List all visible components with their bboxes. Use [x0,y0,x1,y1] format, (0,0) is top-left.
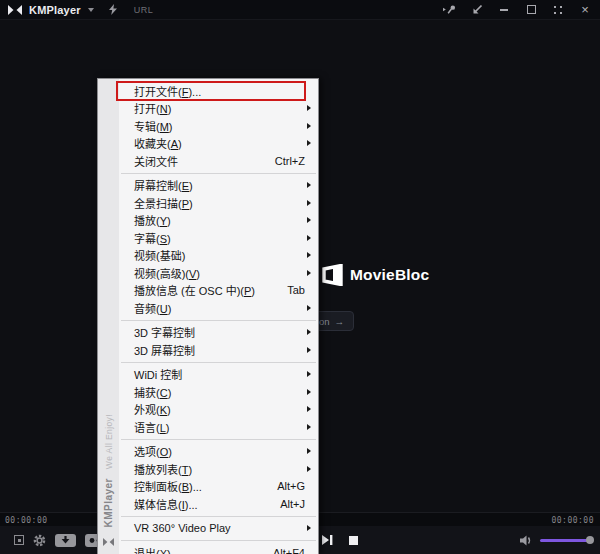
fullscreen-icon[interactable] [551,3,565,17]
total-time: 00:00:00 [551,516,594,525]
minimize-icon[interactable] [497,3,511,17]
menu-item-video-basic[interactable]: 视频(基础) [119,247,318,265]
elapsed-time: 00:00:00 [5,516,48,525]
pin-on-top-icon[interactable] [443,3,457,17]
menu-item-favorites[interactable]: 收藏夹(A) [119,135,318,153]
menu-item-label: 退出(X) [134,545,171,554]
menu-item-label: 语言(L) [134,419,169,435]
submenu-arrow-icon [307,200,311,206]
menu-item-media-info[interactable]: 媒体信息(I)...Alt+J [119,495,318,513]
menu-item-close-file[interactable]: 关闭文件Ctrl+Z [119,152,318,170]
lightning-icon[interactable] [109,4,117,15]
stop-icon[interactable] [349,536,358,545]
menu-item-subtitles[interactable]: 字幕(S) [119,229,318,247]
menu-item-playback-info-osc[interactable]: 播放信息 (在 OSC 中)(P)Tab [119,282,318,300]
menu-item-playlist[interactable]: 播放列表(T) [119,460,318,478]
maximize-icon[interactable] [524,3,538,17]
menu-item-label: 控制面板(B)... [134,478,202,494]
menu-item-label: 捕获(C) [134,384,171,400]
submenu-arrow-icon [307,105,311,111]
menu-item-skins[interactable]: 外观(K) [119,401,318,419]
menu-item-3d-subtitle-control[interactable]: 3D 字幕控制 [119,324,318,342]
submenu-arrow-icon [307,270,311,276]
submenu-arrow-icon [307,448,311,454]
menu-item-3d-screen-control[interactable]: 3D 屏幕控制 [119,341,318,359]
menu-item-screen-control[interactable]: 屏幕控制(E) [119,177,318,195]
menu-item-label: 媒体信息(I)... [134,496,198,512]
submenu-arrow-icon [307,182,311,188]
menu-item-audio[interactable]: 音频(U) [119,299,318,317]
menu-item-vr-360-video-play[interactable]: VR 360° Video Play [119,520,318,538]
submenu-arrow-icon [307,329,311,335]
submenu-arrow-icon [307,371,311,377]
volume-icon[interactable] [520,535,533,546]
context-menu: KMPlayer We All Enjoy! 打开文件(F)...打开(N)专辑… [97,78,319,554]
menu-branding-slogan: We All Enjoy! [104,414,114,469]
moviebloc-logo: MovieBloc [322,264,429,286]
minimize-corner-icon[interactable] [470,3,484,17]
menu-item-label: 打开文件(F)... [134,83,201,99]
submenu-arrow-icon [307,424,311,430]
menu-gutter: KMPlayer We All Enjoy! [98,79,119,554]
menu-item-label: 字幕(S) [134,230,171,246]
menu-item-open-file[interactable]: 打开文件(F)... [119,82,318,100]
submenu-arrow-icon [307,525,311,531]
moviebloc-wordmark: MovieBloc [350,266,429,284]
chevron-down-icon[interactable] [88,8,94,12]
menu-item-capture[interactable]: 捕获(C) [119,383,318,401]
menu-item-pan-scan[interactable]: 全景扫描(P) [119,194,318,212]
menu-separator [121,320,316,321]
url-button[interactable]: URL [134,5,154,15]
menu-item-label: 全景扫描(P) [134,195,193,211]
next-track-icon[interactable] [322,535,333,545]
menu-item-label: 关闭文件 [134,153,178,169]
volume-knob[interactable] [586,536,594,544]
close-icon[interactable]: × [578,3,592,17]
menu-item-shortcut: Ctrl+Z [275,155,305,167]
titlebar: KMPlayer URL × [0,0,600,20]
menu-item-video-advanced[interactable]: 视频(高级)(V) [119,264,318,282]
menu-item-control-panel[interactable]: 控制面板(B)...Alt+G [119,478,318,496]
menu-item-open[interactable]: 打开(N) [119,100,318,118]
menu-item-shortcut: Alt+J [280,498,305,510]
menu-item-language[interactable]: 语言(L) [119,418,318,436]
menu-item-widi-control[interactable]: WiDi 控制 [119,366,318,384]
menu-item-label: 外观(K) [134,401,171,417]
menu-separator [121,439,316,440]
submenu-arrow-icon [307,389,311,395]
settings-gear-icon[interactable] [33,534,46,547]
menu-branding: KMPlayer We All Enjoy! [100,414,118,528]
submenu-arrow-icon [307,466,311,472]
kmplayer-logo-icon [8,5,22,15]
menu-item-shortcut: Alt+G [277,480,305,492]
kmplayer-gutter-logo-icon [103,538,114,546]
menu-item-exit[interactable]: 退出(X)Alt+F4 [119,544,318,554]
volume-slider[interactable] [540,539,592,542]
menu-item-label: VR 360° Video Play [134,522,231,534]
submenu-arrow-icon [307,140,311,146]
menu-item-album[interactable]: 专辑(M) [119,117,318,135]
playlist-box-icon[interactable] [14,535,24,545]
menu-item-label: 3D 屏幕控制 [134,342,195,358]
submenu-arrow-icon [307,235,311,241]
kmplayer-window: KMPlayer URL × [0,0,600,554]
menu-item-label: 音频(U) [134,300,171,316]
submenu-arrow-icon [307,406,311,412]
menu-item-label: 屏幕控制(E) [134,177,193,193]
submenu-arrow-icon [307,217,311,223]
download-icon[interactable] [55,534,76,547]
promo-button-label: on [319,316,330,327]
menu-item-label: 播放信息 (在 OSC 中)(P) [134,282,255,298]
menu-item-label: 播放列表(T) [134,461,192,477]
menu-separator [121,516,316,517]
menu-item-label: WiDi 控制 [134,366,182,382]
submenu-arrow-icon [307,347,311,353]
menu-branding-app: KMPlayer [103,478,114,528]
menu-item-playback[interactable]: 播放(Y) [119,212,318,230]
menu-item-label: 3D 字幕控制 [134,324,195,340]
menu-item-options[interactable]: 选项(O) [119,443,318,461]
menu-separator [121,540,316,541]
menu-item-label: 打开(N) [134,100,171,116]
menu-item-label: 视频(基础) [134,247,185,263]
moviebloc-logo-icon [322,264,343,286]
